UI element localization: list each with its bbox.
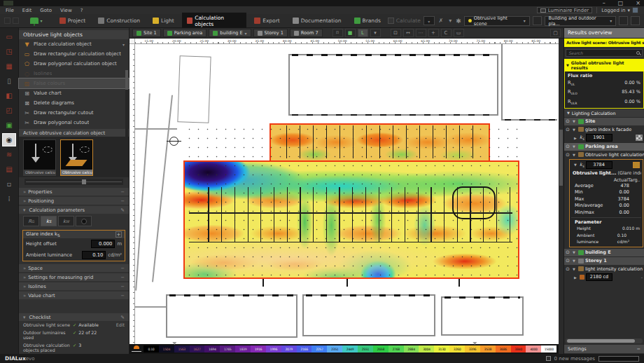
param-button-kw[interactable]: kW [58, 216, 74, 226]
thumbnail-size-slider[interactable] [24, 179, 123, 185]
redo-icon[interactable] [13, 18, 19, 24]
zoom-in-icon[interactable]: + [428, 29, 439, 37]
scale-segment[interactable]: 2658 [373, 345, 388, 352]
calculation-stepper[interactable]: ▾ [424, 16, 435, 25]
section-space[interactable]: »Space− [19, 264, 129, 272]
close-button[interactable]: × [636, 0, 640, 6]
tree-item-glare-facade[interactable]: ⊙ ▼ glare index k facade [564, 125, 644, 134]
breadcrumb-room[interactable]: Room 7 [290, 29, 323, 37]
breadcrumb-building[interactable]: building E▾ [209, 29, 251, 37]
scale-segment[interactable]: 1627 [190, 345, 205, 352]
results-search[interactable] [566, 49, 643, 57]
breadcrumb-site[interactable]: Site 1 [132, 29, 161, 37]
tab-project[interactable]: Project [55, 15, 91, 26]
luminaire-tool-icon[interactable] [30, 18, 38, 24]
calculate-button[interactable]: Calculate [388, 18, 421, 24]
tree-item-site[interactable]: ⊙ ▼ Site [564, 117, 644, 125]
search-input[interactable] [568, 50, 636, 55]
visibility-eye-icon[interactable]: ⊙ [566, 266, 571, 272]
tool-value-chart[interactable]: ⊞ Value chart [19, 88, 129, 98]
tool-delete-diagrams[interactable]: ⊠ Delete diagrams [19, 98, 129, 108]
breadcrumb-storey[interactable]: Storey 1 [253, 29, 288, 37]
section-value-chart[interactable]: »Value chart− [19, 292, 129, 299]
scale-segment[interactable]: 3004 [419, 345, 434, 352]
scale-segment[interactable]: 3538 [480, 345, 496, 352]
obtrusive-object-thumbnail-1[interactable]: Obtrusive calcul... [23, 139, 56, 176]
scale-segment[interactable]: 3130 [434, 345, 449, 352]
tool-draw-polygonal-calculation-object[interactable]: ⬠ Draw polygonal calculation object [19, 59, 129, 69]
projector-icon[interactable] [619, 16, 628, 25]
scale-segment[interactable]: 3260 [449, 345, 465, 352]
scale-segment[interactable]: 2768 [388, 345, 404, 352]
false-colour-preview-icon[interactable] [636, 135, 643, 141]
add-glare-index-button[interactable]: + [115, 231, 122, 238]
logged-in-menu[interactable]: Logged in ▾ [596, 7, 638, 13]
results-horizontal-scrollbar[interactable] [566, 338, 643, 343]
intensity-value-field[interactable]: 2180 cd [586, 273, 612, 281]
section-isolines[interactable]: »Isolines− [19, 282, 129, 290]
selection-mode-button[interactable]: ⌑ [332, 29, 343, 37]
glare-facade-value-field[interactable]: 1901 [586, 134, 612, 142]
view-3d-button[interactable]: ■ [345, 29, 356, 37]
gear-icon[interactable]: ✱ [456, 18, 461, 25]
scale-segment[interactable]: 2449 [342, 345, 358, 352]
section-calculation-parameters[interactable]: ▾ Calculation parameters ✎ [19, 206, 129, 214]
zoom-fit-icon[interactable]: ⊡ [391, 29, 401, 37]
menu-goto[interactable]: Goto [40, 8, 52, 13]
window-tool-icon[interactable]: ▣ [2, 118, 16, 132]
rotate-view-icon[interactable]: C [441, 29, 451, 37]
text-tool-icon[interactable]: ≋ [2, 148, 16, 161]
visibility-eye-icon[interactable]: ⊙ [566, 144, 571, 149]
tab-brands[interactable]: Brands [349, 15, 386, 26]
undo-icon[interactable] [4, 18, 10, 24]
tree-item-intensity-point[interactable]: ⊙ ▼ light intensity calculation point [564, 265, 644, 273]
lamp-post-icon[interactable] [631, 16, 640, 25]
edit-link[interactable]: Edit [116, 322, 125, 327]
calc-options-dropdown-icon[interactable]: ▾ [447, 18, 453, 24]
more-tools-icon[interactable]: ⁞ [2, 192, 16, 205]
maximize-button[interactable]: □ [618, 0, 624, 6]
scale-segment[interactable]: 3686 [496, 345, 511, 352]
plan-dropdown-button[interactable]: ▾ [370, 29, 381, 37]
section-checklist[interactable]: ▾ Checklist ✎ [19, 313, 129, 321]
param-button-sphere[interactable] [76, 216, 92, 226]
menu-edit[interactable]: Edit [22, 8, 32, 13]
settings-section[interactable]: Settings − [564, 345, 644, 353]
scale-segment[interactable]: 1996 [266, 345, 281, 352]
menu-file[interactable]: File [6, 8, 14, 13]
messages-status[interactable]: 0 new messages [554, 356, 595, 362]
tab-construction[interactable]: Construction [93, 15, 145, 26]
scale-segment[interactable]: 2166 [297, 345, 312, 352]
tool-place-calculation-object[interactable]: ▼ Place calculation object ▾ [19, 39, 129, 49]
scale-segment[interactable]: 1563 [174, 345, 190, 352]
grid-points-icon[interactable]: ⋯ [416, 29, 426, 37]
canvas-vertical-scrollbar[interactable] [559, 39, 564, 354]
scale-segment[interactable]: 1765 [220, 345, 235, 352]
tree-item-obtrusive-value[interactable]: ▼ kS 3784 [571, 160, 641, 170]
3d-object-tool-icon[interactable]: ◳ [2, 45, 16, 58]
pan-icon[interactable]: ↔ [403, 29, 414, 37]
scale-segment[interactable]: 2551 [358, 345, 373, 352]
tab-documentation[interactable]: Documentation [288, 15, 346, 26]
tree-item-storey[interactable]: ⊙ ▼ Storey 1 [564, 256, 644, 265]
visibility-eye-icon[interactable]: ⊙ [566, 249, 571, 255]
scale-segment[interactable]: 4000 [526, 345, 541, 352]
column-tool-icon[interactable]: ▯ [2, 74, 16, 88]
tab-calculation-objects[interactable]: Calculation objects [182, 13, 246, 29]
tool-draw-polygonal-cutout[interactable]: ✂ Draw polygonal cutout [19, 118, 129, 128]
tree-item-glare-facade-value[interactable]: ▶ kS 1901 [564, 134, 644, 142]
scale-segment[interactable]: 0.10 [144, 345, 159, 352]
breadcrumb-parking-area[interactable]: Parking area [163, 29, 207, 37]
panel-scrollbar[interactable] [125, 70, 128, 168]
obtrusive-object-thumbnail-2[interactable]: Obtrusive calcul... [60, 139, 93, 176]
false-colour-preview-icon[interactable] [633, 162, 640, 168]
visibility-eye-icon[interactable]: ⊙ [566, 127, 571, 132]
scale-segment[interactable]: 1839 [235, 345, 251, 352]
ambient-luminance-input[interactable]: 0.10 [82, 251, 106, 259]
light-scene-select[interactable]: Obtrusive light scene ▾ [464, 16, 530, 26]
tree-item-parking-area[interactable]: ⊙ ▼ Parking area [564, 142, 644, 151]
luminaire-symbol[interactable] [169, 137, 178, 146]
scale-segment[interactable]: 15000 [541, 345, 556, 352]
visibility-eye-icon[interactable]: ⊙ [566, 118, 571, 124]
obtrusive-value-field[interactable]: 3784 [586, 161, 612, 169]
